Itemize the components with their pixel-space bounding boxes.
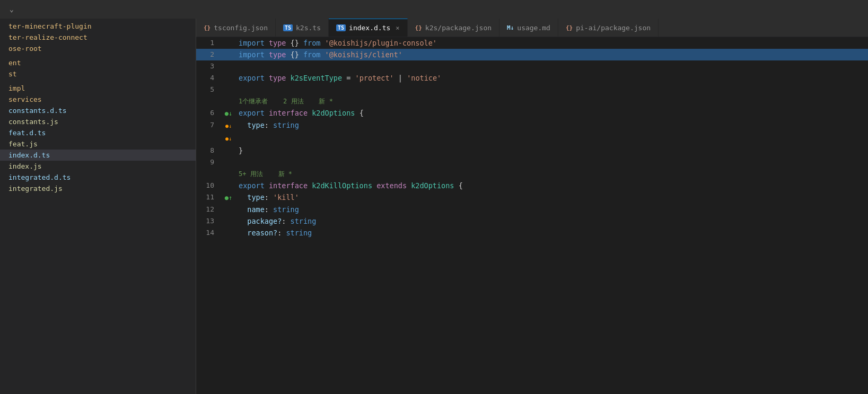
line-gutter [223, 180, 234, 191]
line-number: 5 [196, 84, 223, 95]
line-number: 7 [196, 119, 223, 145]
line-row-11: 11●↑ type: 'kill' [196, 191, 868, 204]
code-table: 1import type {} from '@koishijs/plugin-c… [196, 37, 868, 239]
line-number: 14 [196, 227, 223, 239]
line-number: 1 [196, 37, 223, 49]
sidebar-item-ter-realize-connect[interactable]: ter-realize-connect [0, 32, 196, 43]
git-indicator-icon: ●↓ ●↓ [225, 123, 232, 142]
line-content: export type k2sEventType = 'protect' | '… [234, 72, 868, 84]
line-gutter [223, 49, 234, 60]
title-bar: ⌄ [0, 0, 868, 19]
line-gutter [223, 204, 234, 215]
line-content: import type {} from '@koishijs/client' [234, 49, 868, 60]
line-content: reason?: string [234, 227, 868, 239]
sidebar-item-st[interactable]: st [0, 68, 196, 80]
json-icon: {} [204, 24, 211, 31]
line-gutter [223, 60, 234, 72]
line-number: 2 [196, 49, 223, 60]
sidebar-item-integrated.d.ts[interactable]: integrated.d.ts [0, 172, 196, 183]
main-layout: ter-minecraft-pluginter-realize-connecto… [0, 19, 868, 394]
ts-icon: TS [283, 24, 293, 31]
line-gutter: ●↑ [223, 191, 234, 204]
line-content: type: string [234, 119, 868, 145]
line-gutter [223, 37, 234, 49]
line-content [234, 84, 868, 95]
line-row-5: 5 [196, 84, 868, 95]
tab-bar: {}tsconfig.jsonTSk2s.tsTSindex.d.ts×{}k2… [196, 19, 868, 37]
line-content: name: string [234, 204, 868, 215]
sidebar-item-ose-root[interactable]: ose-root [0, 43, 196, 54]
line-row-12: 12 name: string [196, 204, 868, 215]
line-gutter: ●↓ [223, 107, 234, 119]
sidebar-item-ter-minecraft-plugin[interactable]: ter-minecraft-plugin [0, 21, 196, 32]
line-gutter [223, 72, 234, 84]
close-icon[interactable]: × [396, 24, 399, 32]
tab-label: k2s.ts [296, 24, 321, 32]
json-icon: {} [415, 24, 422, 31]
tab-label: pi-ai/package.json [576, 24, 651, 32]
tab-pi-ai-package[interactable]: {}pi-ai/package.json [558, 19, 659, 37]
sidebar-item-index.js[interactable]: index.js [0, 161, 196, 172]
line-row-13: 13 package?: string [196, 215, 868, 227]
line-gutter [223, 227, 234, 239]
sidebar-item-feat.js[interactable]: feat.js [0, 138, 196, 150]
sidebar-item-feat.d.ts[interactable]: feat.d.ts [0, 127, 196, 138]
tab-k2s-package[interactable]: {}k2s/package.json [408, 19, 499, 37]
line-content [234, 60, 868, 72]
line-content: package?: string [234, 215, 868, 227]
line-content: export interface k2dOptions { [234, 107, 868, 119]
line-number: 13 [196, 215, 223, 227]
branch-selector[interactable]: ⌄ [6, 5, 14, 13]
tab-label: k2s/package.json [425, 24, 492, 32]
json-icon: {} [566, 24, 573, 31]
line-content: export interface k2dKillOptions extends … [234, 180, 868, 191]
line-content: type: 'kill' [234, 191, 868, 204]
sidebar-item-ent[interactable]: ent [0, 57, 196, 68]
git-indicator-icon: ●↓ [225, 110, 232, 117]
md-icon: M↓ [507, 24, 514, 31]
tab-k2s-ts[interactable]: TSk2s.ts [276, 19, 329, 37]
sidebar: ter-minecraft-pluginter-realize-connecto… [0, 19, 196, 394]
sidebar-item-index.d.ts[interactable]: index.d.ts [0, 150, 196, 161]
sidebar-item-integrated.js[interactable]: integrated.js [0, 183, 196, 194]
line-content [234, 156, 868, 168]
line-row-6: 6●↓export interface k2dOptions { [196, 107, 868, 119]
line-number: 3 [196, 60, 223, 72]
sidebar-item-impl[interactable]: impl [0, 83, 196, 94]
line-number: 4 [196, 72, 223, 84]
line-gutter [223, 84, 234, 95]
tab-index-dts[interactable]: TSindex.d.ts× [329, 19, 408, 37]
line-row-7: 7●↓ ●↓ type: string [196, 119, 868, 145]
tab-usage-md[interactable]: M↓usage.md [499, 19, 558, 37]
codelens-text[interactable]: 1个继承者 2 用法 新 * [234, 95, 868, 107]
codelens-text[interactable]: 5+ 用法 新 * [234, 168, 868, 180]
chevron-down-icon: ⌄ [10, 5, 14, 13]
tab-label: tsconfig.json [214, 24, 268, 32]
line-number: 8 [196, 145, 223, 156]
line-content: import type {} from '@koishijs/plugin-co… [234, 37, 868, 49]
editor-area: {}tsconfig.jsonTSk2s.tsTSindex.d.ts×{}k2… [196, 19, 868, 394]
line-content: } [234, 145, 868, 156]
line-gutter [223, 215, 234, 227]
codelens-row: 5+ 用法 新 * [196, 168, 868, 180]
line-number: 6 [196, 107, 223, 119]
line-row-1: 1import type {} from '@koishijs/plugin-c… [196, 37, 868, 49]
tab-tsconfig[interactable]: {}tsconfig.json [196, 19, 276, 37]
sidebar-item-services[interactable]: services [0, 94, 196, 105]
line-row-9: 9 [196, 156, 868, 168]
sidebar-item-constants.d.ts[interactable]: constants.d.ts [0, 105, 196, 116]
line-number: 9 [196, 156, 223, 168]
line-gutter: ●↓ ●↓ [223, 119, 234, 145]
codelens-row: 1个继承者 2 用法 新 * [196, 95, 868, 107]
tab-label: index.d.ts [349, 24, 390, 32]
git-indicator-icon: ●↑ [225, 194, 232, 202]
line-gutter [223, 156, 234, 168]
line-row-14: 14 reason?: string [196, 227, 868, 239]
line-row-8: 8} [196, 145, 868, 156]
line-number: 12 [196, 204, 223, 215]
code-editor[interactable]: 1import type {} from '@koishijs/plugin-c… [196, 37, 868, 394]
sidebar-item-constants.js[interactable]: constants.js [0, 116, 196, 127]
line-gutter [223, 145, 234, 156]
line-number: 11 [196, 191, 223, 204]
line-number: 10 [196, 180, 223, 191]
